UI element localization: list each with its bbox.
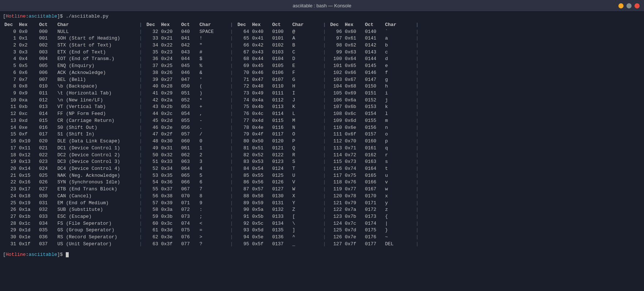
cell-hex: 0x42 [251,42,271,49]
cell-dec: 106 [329,97,343,104]
cell-dec: 108 [329,111,343,117]
cell-dec: 77 [236,117,251,124]
col2-hex-header: Hex [160,22,180,29]
table-row: 1060x6a0152j| [329,97,421,104]
cell-char: O [291,131,320,138]
table-row: 470x2f057/| [145,131,236,138]
cell-sep: | [413,56,421,63]
cell-sep: | [320,241,329,248]
cell-char: } [383,227,413,234]
minimize-button[interactable] [618,3,624,8]
cell-char: - [198,117,227,124]
cell-char: h [383,83,413,90]
cell-oct: 0163 [363,158,383,165]
cell-oct: 051 [180,90,198,97]
cell-sep: | [227,42,236,49]
table-row: 250x19031EM (End of Medium)| [3,200,145,207]
table-row: 720x480110H| [236,83,329,90]
cell-hex: 0x20 [160,29,180,36]
table-row: 690x450105E| [236,63,329,70]
cell-dec: 86 [236,179,251,186]
cell-hex: 0x2b [160,104,180,111]
cell-dec: 126 [329,234,343,241]
cell-char: D [291,56,320,63]
cell-dec: 89 [236,200,251,207]
cell-hex: 0x7b [343,213,363,220]
cell-hex: 0x6c [343,111,363,117]
cell-oct: 0165 [363,172,383,179]
table-header-row2: Dec Hex Oct Char | [145,22,236,29]
cell-dec: 124 [329,220,343,227]
cell-hex: 0x16 [18,179,38,186]
cell-char: 6 [198,179,227,186]
cell-sep: | [227,49,236,56]
table-row: 600x3c074<| [145,220,236,227]
table-row: 1100x6e0156n| [329,124,421,131]
table-row: 920x5c0134\| [236,220,329,227]
cell-char: ETX (End of Text) [56,49,136,56]
cell-dec: 122 [329,206,343,213]
cell-sep: | [136,70,145,77]
cell-char: + [198,104,227,111]
cell-dec: 39 [145,77,160,83]
cell-oct: 0115 [271,117,291,124]
cell-dec: 0 [3,29,18,36]
cell-dec: 109 [329,117,343,124]
cell-char: @ [291,29,320,36]
cell-oct: 011 [38,90,56,97]
cell-hex: 0xe [18,124,38,131]
cell-dec: 113 [329,145,343,152]
cell-dec: 103 [329,77,343,83]
cell-oct: 074 [180,220,198,227]
cell-oct: 040 [180,29,198,36]
cell-char: 1 [198,145,227,152]
cell-char: ` [383,29,413,36]
col2: Dec Hex Oct Char | 320x20040SPACE|330x21… [145,22,236,248]
cell-oct: 002 [38,42,56,49]
cell-sep: | [227,90,236,97]
cell-hex: 0x52 [251,152,271,159]
cell-char: 4 [198,165,227,172]
close-button[interactable] [634,3,640,8]
cell-hex: 0x54 [251,165,271,172]
cell-oct: 0146 [363,70,383,77]
cell-hex: 0x53 [251,158,271,165]
cell-hex: 0x7f [343,241,363,248]
cell-sep: | [413,97,421,104]
table-row: 40x4004EOT (End of Transm.)| [3,56,145,63]
cell-sep: | [413,227,421,234]
cell-dec: 114 [329,152,343,159]
cell-char: B [291,42,320,49]
cell-hex: 0x23 [160,49,180,56]
cell-char: EM (End of Medium) [56,200,136,207]
cell-sep: | [413,70,421,77]
cell-hex: 0x6 [18,70,38,77]
cell-dec: 9 [3,90,18,97]
cell-hex: 0x79 [343,200,363,207]
cell-char: G [291,77,320,83]
cell-sep: | [227,145,236,152]
cell-char: _ [291,241,320,248]
cell-char: 2 [198,152,227,159]
cell-hex: 0x71 [343,145,363,152]
cell-hex: 0x4b [251,104,271,111]
cell-char: < [198,220,227,227]
cell-oct: 045 [180,63,198,70]
cell-oct: 0153 [363,104,383,111]
cell-sep: | [413,77,421,83]
cell-dec: 94 [236,234,251,241]
cell-dec: 29 [3,227,18,234]
cell-sep: | [227,117,236,124]
cell-hex: 0x3 [18,49,38,56]
table-row: 940x5e0136^| [236,234,329,241]
cell-dec: 38 [145,70,160,77]
cell-hex: 0x56 [251,179,271,186]
cell-dec: 57 [145,200,160,207]
cell-char: x [383,193,413,200]
cell-oct: 0123 [271,158,291,165]
cell-oct: 010 [38,83,56,90]
cell-oct: 035 [38,227,56,234]
maximize-button[interactable] [626,3,632,8]
cell-oct: 0143 [363,49,383,56]
cell-char: U [291,172,320,179]
